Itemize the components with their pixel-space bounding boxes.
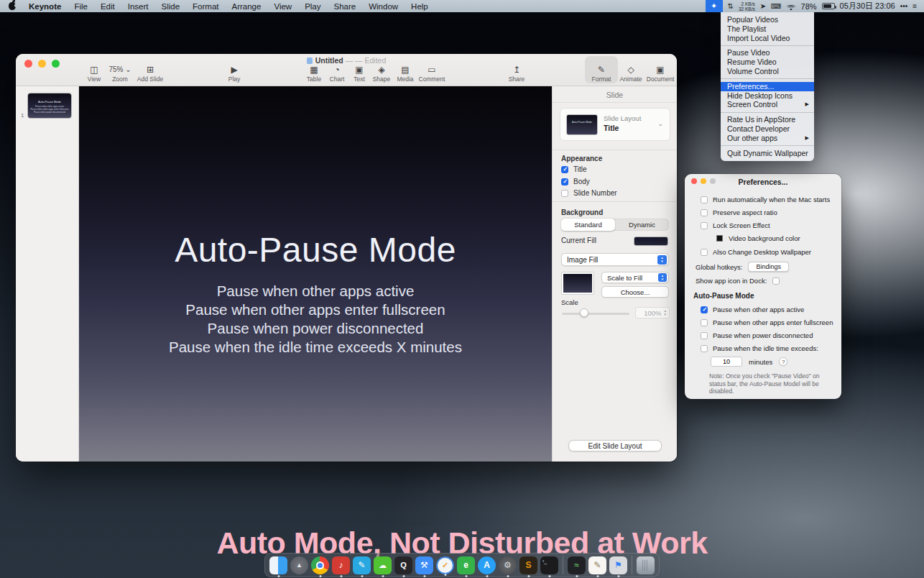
checkbox-preserve-aspect[interactable]	[701, 209, 708, 216]
keyboard-icon[interactable]: ⌨	[771, 2, 781, 10]
menu-item-volume-control[interactable]: Volume Control	[721, 67, 814, 76]
video-background-color-well[interactable]	[716, 235, 723, 242]
checkbox-body[interactable]	[561, 178, 568, 185]
color-well-label: Video background color	[729, 234, 800, 242]
menu-item-popular-videos[interactable]: Popular Videos	[721, 15, 814, 24]
checkbox-label: Slide Number	[573, 189, 617, 197]
dock-icon-presentation[interactable]: ⚑	[609, 556, 627, 574]
menu-file[interactable]: File	[68, 2, 94, 11]
checkbox-pause-power[interactable]	[701, 332, 708, 339]
menu-item-import-local-video[interactable]: Import Local Video	[721, 34, 814, 43]
menu-help[interactable]: Help	[405, 2, 435, 11]
current-fill-swatch[interactable]	[634, 237, 668, 246]
choose-image-button[interactable]: Choose...	[601, 286, 669, 298]
add-slide-button[interactable]: ⊞Add Slide	[129, 64, 171, 83]
dock-icon-chrome[interactable]	[311, 556, 329, 574]
menu-item-preferences[interactable]: Preferences...	[721, 82, 814, 91]
segment-dynamic[interactable]: Dynamic	[615, 219, 669, 231]
dock-icon-netease-music[interactable]: ♪	[332, 556, 350, 574]
slide-thumbnail[interactable]: Auto-Pause Mode Pause when other apps ac…	[27, 93, 72, 119]
menu-share[interactable]: Share	[328, 2, 363, 11]
scale-slider-knob[interactable]	[580, 308, 588, 317]
toolbar-label: Play	[220, 75, 249, 83]
edit-slide-layout-button[interactable]: Edit Slide Layout	[568, 440, 662, 451]
dock-icon-notes[interactable]: ✎	[588, 556, 606, 574]
checkbox-lock-screen-effect[interactable]	[701, 222, 708, 229]
segment-standard[interactable]: Standard	[561, 219, 615, 231]
app-menu-keynote[interactable]: Keynote	[22, 2, 68, 11]
slide-canvas[interactable]: Auto-Pause Mode Pause when other apps ac…	[79, 86, 552, 462]
menu-edit[interactable]: Edit	[94, 2, 121, 11]
checkbox-change-desktop-wallpaper[interactable]	[701, 249, 708, 256]
scale-value-stepper[interactable]: 100% ▲▼	[635, 307, 670, 318]
apple-menu[interactable]	[0, 0, 22, 12]
menu-item-contact-developer[interactable]: Contact Developer	[721, 124, 814, 134]
menu-item-pause-video[interactable]: Pause Video	[721, 48, 814, 58]
checkbox-pause-apps-active[interactable]	[701, 306, 708, 313]
share-button[interactable]: ↥Share	[502, 64, 531, 83]
dock-icon-system-preferences[interactable]: ⚙	[499, 556, 517, 574]
scale-slider-track[interactable]	[562, 313, 629, 315]
bindings-button[interactable]: Bindings	[748, 262, 789, 272]
paper-plane-icon[interactable]: ➤	[760, 2, 766, 10]
dynamic-wallpaper-tray-icon[interactable]: ✦	[706, 0, 723, 12]
play-button[interactable]: ▶Play	[220, 64, 249, 83]
dock-icon-design-tool[interactable]: ✎	[353, 556, 371, 574]
dock-icon-app-store[interactable]: A	[478, 556, 496, 574]
menu-view[interactable]: View	[267, 2, 298, 11]
menu-arrange[interactable]: Arrange	[226, 2, 268, 11]
menu-slide[interactable]: Slide	[155, 2, 187, 11]
menu-item-resume-video[interactable]: Resume Video	[721, 58, 814, 67]
background-image-thumbnail[interactable]	[561, 272, 594, 295]
menu-window[interactable]: Window	[362, 2, 405, 11]
updown-arrows-icon[interactable]: ⇅	[728, 2, 734, 10]
wifi-icon[interactable]	[787, 3, 796, 10]
slide-title-textbox[interactable]: Auto-Pause Mode	[79, 230, 552, 270]
menu-bar-clock[interactable]: 05月30日 23:06	[840, 1, 895, 12]
menu-item-our-other-apps[interactable]: Our other apps▶	[721, 134, 814, 143]
menu-item-hide-desktop-icons[interactable]: Hide Desktop Icons	[721, 91, 814, 101]
fill-type-dropdown[interactable]: Image Fill ▲▼	[561, 253, 669, 266]
menu-item-quit[interactable]: Quit Dynamic Wallpaper	[721, 149, 814, 158]
menu-item-the-playlist[interactable]: The Playlist	[721, 24, 814, 34]
checkbox-title[interactable]	[561, 166, 568, 173]
dock-icon-finder[interactable]	[269, 556, 287, 574]
dock-icon-reminders[interactable]: ✓	[436, 556, 454, 574]
slide-layout-card[interactable]: Auto-Pause Mode Slide Layout Title ⌄	[560, 108, 670, 141]
inspector-tab-slide[interactable]: Slide	[553, 91, 677, 99]
dock-icon-wechat[interactable]: ☁	[374, 556, 392, 574]
scale-value: 100%	[644, 309, 661, 317]
help-button[interactable]: ?	[779, 357, 787, 366]
checkbox-show-dock-icon[interactable]	[772, 277, 780, 285]
menu-item-rate-us[interactable]: Rate Us in AppStore	[721, 115, 814, 124]
dock-icon-activity-monitor[interactable]: ≈	[568, 556, 586, 574]
list-icon[interactable]: ≡	[913, 2, 917, 10]
dock-icon-xcode[interactable]: ⚒	[415, 556, 433, 574]
menu-play[interactable]: Play	[298, 2, 327, 11]
dock-icon-trash[interactable]	[637, 556, 655, 574]
dock-icon-terminal[interactable]: ›_	[540, 556, 558, 574]
checkbox-label: Pause when the idle time exceeds:	[713, 344, 818, 352]
dynamic-wallpaper-menu: Popular Videos The Playlist Import Local…	[721, 12, 814, 161]
dock-icon-sublime-text[interactable]: S	[519, 556, 537, 574]
menu-format[interactable]: Format	[186, 2, 225, 11]
slide-body-textbox[interactable]: Pause when other apps active Pause when …	[79, 282, 552, 357]
more-dots-icon[interactable]: •••	[900, 2, 908, 10]
background-heading: Background	[561, 208, 603, 216]
scale-mode-dropdown[interactable]: Scale to Fill ▲▼	[601, 272, 669, 283]
checkbox-slide-number[interactable]	[561, 190, 568, 197]
checkbox-pause-fullscreen[interactable]	[701, 319, 708, 326]
checkbox-run-automatically[interactable]	[701, 196, 708, 203]
menu-item-screen-control[interactable]: Screen Control▶	[721, 100, 814, 109]
battery-icon[interactable]	[822, 3, 835, 9]
menu-insert[interactable]: Insert	[121, 2, 155, 11]
dock-icon-evernote[interactable]: e	[457, 556, 475, 574]
view-button[interactable]: ◫View	[80, 64, 108, 83]
document-button[interactable]: ▣Document	[639, 64, 677, 83]
idle-minutes-input[interactable]	[711, 357, 742, 367]
dock-icon-launchpad[interactable]: ▲	[290, 556, 308, 574]
checkbox-pause-idle[interactable]	[701, 345, 708, 352]
comment-button[interactable]: ▭Comment	[411, 64, 453, 83]
dock-icon-qq[interactable]: Q	[394, 556, 412, 574]
format-button[interactable]: ✎Format	[587, 64, 616, 83]
